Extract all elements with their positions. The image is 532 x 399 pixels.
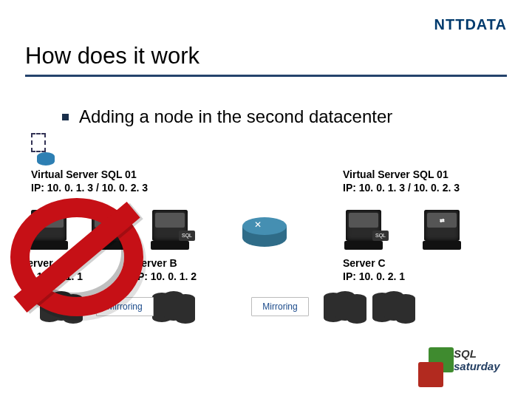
router-icon: ✕ bbox=[242, 217, 287, 251]
ntt-logo-text: NTTDATA bbox=[434, 16, 507, 33]
virtual-server-ghost-icon bbox=[28, 133, 58, 166]
architecture-diagram: Virtual Server SQL 01 IP: 10. 0. 1. 3 / … bbox=[25, 130, 507, 337]
slide-title: How does it work bbox=[25, 43, 507, 69]
sql-badge-icon: SQL bbox=[179, 231, 195, 241]
footer-sql: SQL bbox=[454, 347, 477, 360]
storage-right-b-icon bbox=[372, 291, 414, 324]
footer-saturday: saturday bbox=[454, 360, 500, 372]
sql-saturday-logo: SQL saturday bbox=[418, 344, 514, 386]
storage-left-b-icon bbox=[152, 291, 194, 324]
server-c-icon: SQL bbox=[346, 210, 384, 250]
virtual-server-left-label: Virtual Server SQL 01 IP: 10. 0. 1. 3 / … bbox=[31, 168, 148, 194]
virtual-server-ip: IP: 10. 0. 1. 3 / 10. 0. 2. 3 bbox=[31, 182, 148, 195]
virtual-server-name: Virtual Server SQL 01 bbox=[31, 168, 148, 182]
virtual-server-ip: IP: 10. 0. 1. 3 / 10. 0. 2. 3 bbox=[343, 182, 507, 195]
mirroring-label-right: Mirroring bbox=[251, 297, 309, 316]
prohibited-overlay-icon bbox=[10, 198, 158, 316]
sql-badge-icon: SQL bbox=[372, 231, 389, 241]
slide-root: NTTDATA How does it work Adding a node i… bbox=[0, 0, 532, 399]
storage-right-a-icon bbox=[324, 291, 365, 324]
right-switch-icon: ⇄ bbox=[424, 210, 463, 250]
bullet-text: Adding a node in the second datacenter bbox=[79, 106, 392, 127]
brand-logo: NTTDATA bbox=[434, 16, 507, 33]
server-c-label: Server C IP: 10. 0. 2. 1 bbox=[343, 257, 405, 283]
bullet-marker bbox=[62, 114, 69, 120]
bullet-row: Adding a node in the second datacenter bbox=[62, 106, 507, 127]
virtual-server-right-label: Virtual Server SQL 01 IP: 10. 0. 1. 3 / … bbox=[343, 168, 507, 194]
virtual-server-name: Virtual Server SQL 01 bbox=[343, 168, 507, 182]
title-underline bbox=[25, 75, 507, 77]
